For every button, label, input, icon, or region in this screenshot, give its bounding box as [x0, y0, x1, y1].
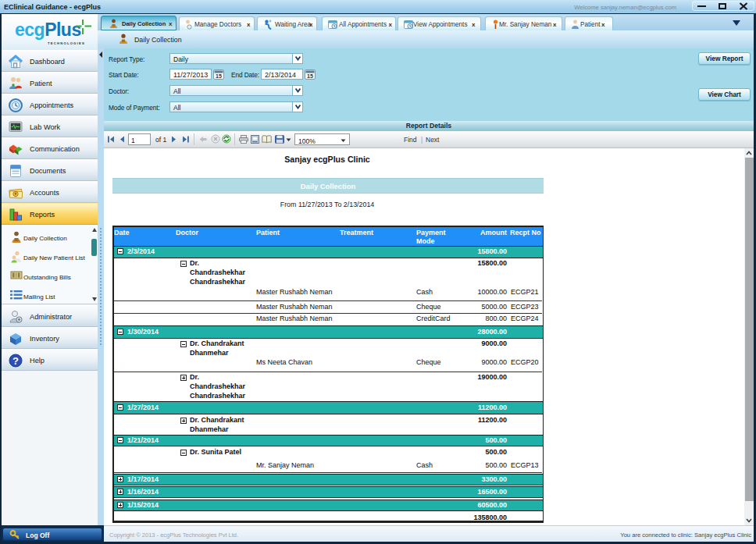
svg-text:15: 15: [307, 73, 313, 79]
svg-text:?: ?: [12, 355, 19, 367]
svg-text:15: 15: [216, 73, 222, 79]
